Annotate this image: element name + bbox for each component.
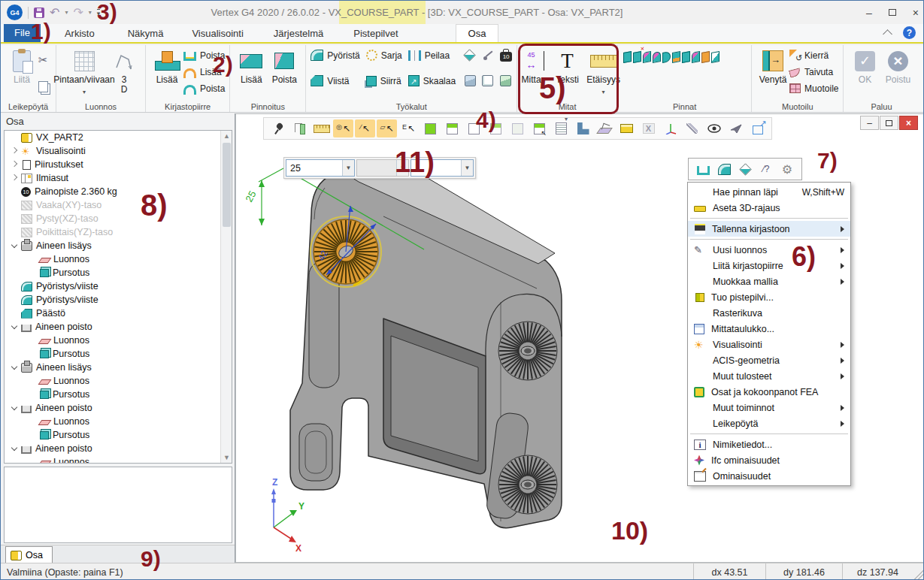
- tree-item-luonnos-partial[interactable]: Luonnos: [5, 455, 232, 464]
- chevron-right-icon[interactable]: [9, 159, 20, 170]
- tree-item-yz-plane[interactable]: Poikittais(YZ)-taso: [5, 225, 232, 239]
- menu-item-tallenna-kirjastoon[interactable]: Tallenna kirjastoon: [688, 221, 850, 237]
- coating-add-button[interactable]: Lisää: [235, 47, 268, 86]
- feature-list-icon[interactable]: [551, 119, 571, 137]
- menu-item-muokkaa-mallia[interactable]: Muokkaa mallia: [688, 273, 850, 289]
- menu-item-osat-fea[interactable]: Osat ja kokoonpanot FEA: [688, 384, 850, 400]
- measure-pick-button[interactable]: [482, 47, 494, 63]
- tree-item-part[interactable]: VX_PART2: [5, 131, 232, 144]
- slot-icon[interactable]: [695, 161, 711, 177]
- copy-button[interactable]: [38, 79, 51, 95]
- eye-icon[interactable]: [704, 119, 724, 137]
- resize-grip[interactable]: [913, 563, 923, 580]
- menu-item-visualisointi[interactable]: Visualisointi: [688, 337, 850, 352]
- library-add2-button[interactable]: Lisää: [183, 64, 225, 80]
- mirror-button[interactable]: Peilaa: [408, 47, 456, 63]
- tree-item-aineen-poisto[interactable]: Aineen poisto: [5, 320, 232, 334]
- menu-item-ifc-ominaisuudet[interactable]: Ifc ominaisuudet: [688, 452, 850, 468]
- menu-item-rasterikuva[interactable]: Rasterikuva: [688, 305, 850, 321]
- tree-item-piirustukset[interactable]: Piirustukset: [5, 158, 232, 171]
- tree-item-painopiste[interactable]: Painopiste 2.360 kg: [5, 185, 232, 198]
- surface-extend-icon[interactable]: [701, 51, 710, 63]
- surface-icon[interactable]: [623, 51, 632, 63]
- child-close-button[interactable]: ×: [899, 116, 918, 130]
- pushpin-icon[interactable]: [268, 119, 288, 137]
- maximize-button[interactable]: [889, 9, 896, 16]
- select-face-cube-icon[interactable]: [529, 119, 550, 137]
- section-box-icon[interactable]: [617, 119, 637, 137]
- shade-cube1-button[interactable]: [465, 73, 476, 89]
- gear-icon[interactable]: [779, 161, 795, 177]
- menu-item-hae-pinnan-lapi[interactable]: Hae pinnan läpiW,Shift+W: [688, 184, 850, 200]
- app-logo[interactable]: G4: [7, 5, 23, 20]
- measure-query-icon[interactable]: ⁄?: [758, 161, 774, 177]
- sketch-3d-button[interactable]: 3 D: [108, 47, 141, 96]
- cut-button[interactable]: [38, 52, 51, 68]
- menu-item-leikepoyta[interactable]: Leikepöytä: [688, 415, 850, 431]
- tree-item-paasto[interactable]: Päästö: [5, 307, 232, 320]
- child-restore-button[interactable]: [880, 116, 898, 130]
- tree-item-ilmiasut[interactable]: Ilmiasut: [5, 171, 232, 185]
- help-icon[interactable]: ?: [903, 26, 916, 39]
- tree-item-pursotus[interactable]: Pursotus: [5, 388, 232, 401]
- stretch-button[interactable]: Venytä: [756, 47, 789, 86]
- shaded-cube-icon[interactable]: [420, 119, 441, 137]
- tree-item-luonnos[interactable]: Luonnos: [5, 334, 232, 347]
- coating-remove-button[interactable]: Poista: [268, 47, 301, 86]
- tree-item-aineen-lisays2[interactable]: Aineen lisäys: [5, 361, 232, 374]
- dimension-style-combo[interactable]: ▼: [410, 159, 474, 177]
- ghost-cube-icon[interactable]: [507, 119, 528, 137]
- collapse-ribbon-icon[interactable]: [883, 29, 892, 39]
- redo-icon[interactable]: ↷: [73, 7, 83, 19]
- tree-item-luonnos[interactable]: Luonnos: [5, 415, 232, 428]
- menu-pistepilvet[interactable]: Pistepilvet: [346, 25, 405, 42]
- undo-caret-icon[interactable]: ▾: [65, 9, 68, 16]
- fillet-cube-icon[interactable]: [716, 161, 732, 177]
- dropdown-caret-icon[interactable]: ▼: [461, 160, 473, 176]
- surface-delete-icon[interactable]: [633, 51, 641, 63]
- tree-item-pursotus[interactable]: Pursotus: [5, 266, 232, 279]
- menu-item-liita-kirjastopiirre[interactable]: Liitä kirjastopiirre: [688, 258, 850, 273]
- redo-caret-icon[interactable]: ▾: [89, 9, 92, 16]
- ruler-icon[interactable]: [311, 119, 332, 137]
- tree-item-luonnos[interactable]: Luonnos: [5, 374, 232, 388]
- move-button[interactable]: Siirrä: [366, 73, 402, 89]
- ok-button[interactable]: OK: [848, 47, 881, 86]
- tree-item-pursotus[interactable]: Pursotus: [5, 347, 232, 361]
- menu-item-uusi-luonnos[interactable]: Uusi luonnos: [688, 242, 850, 258]
- menu-visualisointi[interactable]: Visualisointi: [184, 25, 250, 42]
- menu-item-muut-toiminnot[interactable]: Muut toiminnot: [688, 400, 850, 415]
- library-add-button[interactable]: Lisää: [150, 47, 183, 86]
- eraser-icon[interactable]: [737, 161, 753, 177]
- undo-icon[interactable]: ↶: [50, 7, 59, 19]
- menu-arkisto[interactable]: Arkisto: [57, 25, 102, 42]
- chevron-down-icon[interactable]: [9, 403, 20, 413]
- scroll-up-icon[interactable]: ▲: [223, 133, 229, 139]
- chevron-down-icon[interactable]: [9, 443, 20, 454]
- dropdown-caret-icon[interactable]: ▼: [342, 160, 354, 176]
- tab-osa[interactable]: Osa: [456, 24, 499, 42]
- triad-icon[interactable]: [660, 119, 680, 137]
- pattern-button[interactable]: Sarja: [366, 47, 402, 63]
- chevron-down-icon[interactable]: [9, 322, 20, 332]
- sketch-plane-icon[interactable]: [595, 119, 615, 137]
- text-button[interactable]: Teksti: [551, 47, 584, 86]
- airplane-icon[interactable]: [726, 119, 746, 137]
- minimize-button[interactable]: –: [866, 7, 872, 19]
- library-remove-button[interactable]: Poista: [183, 47, 225, 63]
- snap-center-icon[interactable]: ◎↖: [333, 119, 353, 137]
- exit-button[interactable]: Poistu: [881, 47, 914, 86]
- chevron-right-icon[interactable]: [9, 146, 20, 156]
- tree-item-aineen-poisto2[interactable]: Aineen poisto: [5, 401, 232, 415]
- surface-patch-icon[interactable]: [653, 51, 661, 63]
- surface-blend-icon[interactable]: [692, 51, 700, 63]
- close-button[interactable]: ×: [913, 7, 919, 19]
- menu-item-mittataulukko[interactable]: Mittataulukko...: [688, 321, 850, 337]
- hidden-line-cube-icon[interactable]: [464, 119, 484, 137]
- customize-icon[interactable]: ▾: [97, 9, 101, 17]
- dimension-button[interactable]: 45Mitta: [515, 47, 548, 86]
- tree-item-aineen-poisto3[interactable]: Aineen poisto: [5, 442, 232, 455]
- wireframe-cube2-icon[interactable]: [486, 119, 506, 137]
- scale-button[interactable]: Skaalaa: [408, 73, 456, 89]
- snap-face-icon[interactable]: ▱↖: [377, 119, 397, 137]
